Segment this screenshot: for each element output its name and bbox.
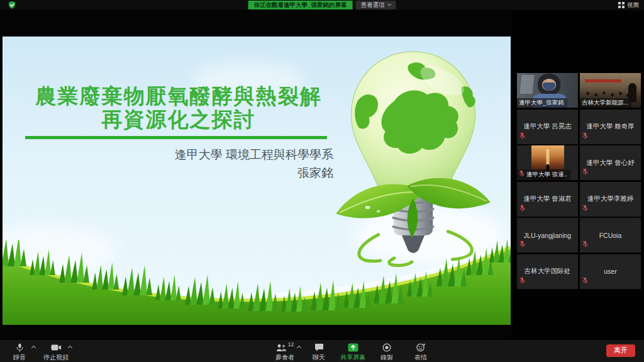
view-options-button[interactable]: 查看選項 [355,1,396,9]
mic-options-caret[interactable] [31,346,36,350]
reactions-icon [416,342,426,353]
banner-text: 你正在觀看逢甲大學_張家銘的屏幕 [254,1,347,8]
participant-name-label: 逢甲大學 曾淑君 [517,182,578,217]
grid-view-icon [618,2,625,8]
muted-microphone-icon [519,130,525,142]
earth-bulb-illustration [318,48,508,269]
share-screen-label: 共享屏幕 [340,353,365,362]
participant-tile-avatar[interactable]: 逢甲大學 張連.. [517,145,578,180]
muted-microphone-icon [582,166,588,178]
participants-label: 參會者 [275,353,294,362]
view-button[interactable]: 視圖 [618,1,639,9]
slide-title-line2: 再資源化之探討 [14,108,343,131]
meeting-toolbar: 靜音 停止視頻 12 參會者 [0,340,644,362]
record-button[interactable]: 錄製 [374,342,400,362]
microphone-icon [16,342,24,353]
muted-microphone-icon [582,239,588,250]
muted-microphone-icon [582,203,588,214]
mute-label: 靜音 [13,353,26,362]
participant-name-label: user [580,254,641,289]
presentation-slide: 農業廢棄物厭氧醱酵與熱裂解 再資源化之探討 逢甲大學 環境工程與科學學系 張家銘 [3,37,511,325]
participants-strip: 逢甲大學_張家銘 吉林大学新能源... 逢甲大學 呂晃志 逢甲大學 賴奇厚 [511,10,644,340]
participants-count: 12 [288,341,294,348]
title-underline [25,136,327,139]
participant-name-label: 逢甲大學 曾心妤 [580,145,641,180]
video-options-caret[interactable] [68,346,72,350]
slide-subtitle: 逢甲大學 環境工程與科學學系 張家銘 [175,146,333,182]
stop-video-label: 停止視頻 [43,353,69,362]
participant-tile[interactable]: 逢甲大學李雅婷 [580,182,641,217]
screen-watch-banner-group: 你正在觀看逢甲大學_張家銘的屏幕 查看選項 [248,1,396,9]
chat-icon [314,342,324,353]
chat-button[interactable]: 聊天 [306,342,332,362]
slide-subtitle-line1: 逢甲大學 環境工程與科學學系 [175,146,333,164]
participant-tile[interactable]: JLU-yangjianing [517,218,578,252]
camera-icon [51,342,62,353]
chat-label: 聊天 [313,353,325,362]
muted-microphone-icon [582,130,588,142]
participant-tile-video[interactable]: 逢甲大學_張家銘 [517,73,578,108]
leave-meeting-button[interactable]: 离开 [606,344,635,357]
record-label: 錄製 [380,353,393,362]
view-options-label: 查看選項 [360,1,384,8]
participants-button[interactable]: 12 參會者 [272,342,298,362]
participant-name-label: FCUoia [580,218,641,252]
participant-name-label: 逢甲大學 賴奇厚 [580,110,641,144]
participant-tile[interactable]: 逢甲大學 曾淑君 [517,182,578,217]
slide-title-line1: 農業廢棄物厭氧醱酵與熱裂解 [14,84,343,108]
shared-screen-area: 農業廢棄物厭氧醱酵與熱裂解 再資源化之探討 逢甲大學 環境工程與科學學系 張家銘 [0,10,511,340]
muted-microphone-icon [519,203,525,214]
participant-grid: 逢甲大學_張家銘 吉林大学新能源... 逢甲大學 呂晃志 逢甲大學 賴奇厚 [517,73,641,289]
participant-name-label: 逢甲大學 呂晃志 [517,110,578,144]
reactions-button[interactable]: 表情 [408,342,434,362]
participant-name-label: JLU-yangjianing [517,218,578,252]
participant-tile[interactable]: 吉林大学国际处 [517,254,578,289]
participants-icon: 12 [276,342,294,353]
share-screen-button[interactable]: 共享屏幕 [340,342,366,362]
slide-subtitle-line2: 張家銘 [175,164,333,183]
participant-tile[interactable]: user [580,254,641,289]
participant-name-label: 逢甲大學李雅婷 [580,182,641,217]
security-shield-icon[interactable] [8,1,16,9]
reactions-label: 表情 [414,353,427,362]
zoom-meeting-window: 你正在觀看逢甲大學_張家銘的屏幕 查看選項 視圖 [0,0,644,362]
muted-microphone-icon [519,170,525,179]
top-bar: 你正在觀看逢甲大學_張家銘的屏幕 查看選項 視圖 [0,0,644,10]
slide-title: 農業廢棄物厭氧醱酵與熱裂解 再資源化之探討 [14,84,343,132]
view-label: 視圖 [627,1,639,9]
screen-watch-banner: 你正在觀看逢甲大學_張家銘的屏幕 [248,1,353,9]
muted-microphone-icon [519,239,525,250]
participant-name-label: 逢甲大學_張家銘 [517,98,567,108]
mute-button[interactable]: 靜音 [6,342,33,362]
record-icon [382,342,391,353]
participant-tile[interactable]: 逢甲大學 曾心妤 [580,145,641,180]
participant-tile[interactable]: 逢甲大學 呂晃志 [517,110,578,144]
participant-name-label: 逢甲大學 張連.. [517,169,570,180]
participant-tile[interactable]: FCUoia [580,218,641,252]
grass-footer-illustration [3,240,511,325]
muted-microphone-icon [582,275,588,286]
participant-tile-video[interactable]: 吉林大学新能源... [580,73,641,108]
participants-caret[interactable] [297,346,301,350]
stop-video-button[interactable]: 停止視頻 [43,342,69,362]
muted-microphone-icon [519,275,525,286]
participant-name-label: 吉林大学新能源... [580,98,631,108]
participant-name-label: 吉林大学国际处 [517,254,578,289]
share-screen-icon [348,342,358,353]
chevron-down-icon [387,2,391,6]
participant-tile[interactable]: 逢甲大學 賴奇厚 [580,110,641,144]
